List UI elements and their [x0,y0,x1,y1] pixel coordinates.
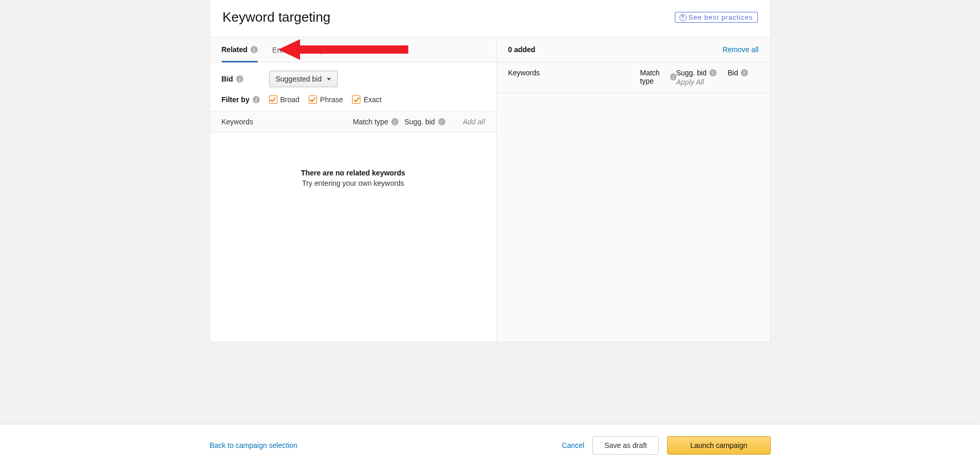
tab-enter-list[interactable]: Enter list [272,45,300,62]
chevron-down-icon [327,78,331,81]
info-icon: i [741,69,748,76]
empty-subtitle: Try entering your own keywords [210,179,496,187]
see-best-practices-link[interactable]: ? See best practices [675,12,758,23]
bid-select-value: Suggested bid [276,75,322,83]
tab-upload-file[interactable]: Upload file [315,45,349,62]
page-title: Keyword targeting [223,9,331,25]
info-icon: i [709,69,717,76]
remove-all-link[interactable]: Remove all [722,45,758,54]
filter-exact-label: Exact [363,95,381,104]
left-col-sugg-bid: Sugg. bid [405,118,435,126]
info-icon: i [438,118,445,125]
tab-related[interactable]: Related i [222,45,258,62]
tab-upload-file-label: Upload file [315,46,349,54]
bid-label: Bid i [222,75,262,83]
help-icon: ? [679,14,687,21]
filter-label-text: Filter by [222,95,250,104]
right-col-match-type: Match type [640,69,668,85]
best-practices-label: See best practices [689,13,753,21]
right-col-sugg-bid: Sugg. bid [676,69,707,77]
checkbox-icon [309,95,317,104]
filter-exact-checkbox[interactable]: Exact [352,95,381,104]
checkbox-icon [269,95,277,104]
apply-all-link[interactable]: Apply All [676,78,728,86]
right-col-bid: Bid [728,69,738,77]
add-all-link[interactable]: Add all [456,118,485,126]
filter-phrase-checkbox[interactable]: Phrase [309,95,343,104]
filter-label: Filter by i [222,95,262,104]
bid-select[interactable]: Suggested bid [269,71,338,87]
info-icon: i [236,75,243,83]
added-count: 0 added [508,45,536,54]
right-col-keywords: Keywords [508,69,640,86]
tab-enter-list-label: Enter list [272,46,300,54]
info-icon: i [253,96,260,103]
left-col-match-type: Match type [353,118,388,126]
tab-related-label: Related [222,45,248,54]
filter-phrase-label: Phrase [320,95,343,104]
info-icon: i [670,73,676,81]
empty-title: There are no related keywords [210,169,496,177]
info-icon: i [391,118,398,125]
info-icon: i [251,46,258,53]
filter-broad-checkbox[interactable]: Broad [269,95,300,104]
bid-label-text: Bid [222,75,234,83]
left-col-keywords: Keywords [222,118,353,126]
checkbox-icon [352,95,360,104]
filter-broad-label: Broad [280,95,300,104]
